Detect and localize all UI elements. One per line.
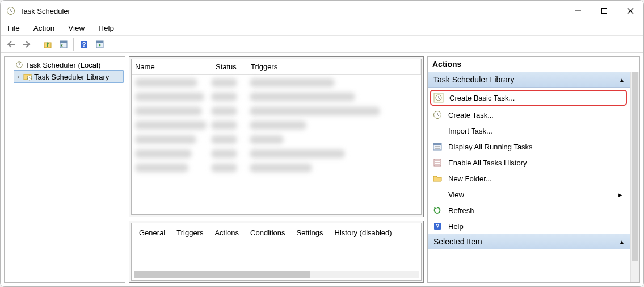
close-button[interactable] bbox=[617, 1, 643, 21]
clock-icon bbox=[432, 110, 443, 120]
action-new-folder[interactable]: New Folder... bbox=[428, 170, 630, 186]
wizard-clock-icon bbox=[433, 93, 444, 103]
svg-rect-17 bbox=[433, 143, 441, 145]
menubar: File Action View Help bbox=[1, 21, 643, 36]
tree-root-label: Task Scheduler (Local) bbox=[26, 61, 100, 69]
detail-tabs: General Triggers Actions Conditions Sett… bbox=[132, 223, 421, 240]
action-help-label: Help bbox=[448, 222, 464, 231]
tree-library[interactable]: › Task Scheduler Library bbox=[14, 70, 124, 83]
window: Task Scheduler File Action View Help ? T… bbox=[0, 0, 644, 287]
titlebar: Task Scheduler bbox=[1, 1, 643, 21]
minimize-button[interactable] bbox=[565, 1, 591, 21]
svg-rect-9 bbox=[96, 41, 103, 43]
action-create-basic-task-label: Create Basic Task... bbox=[449, 94, 515, 102]
action-help[interactable]: ? Help bbox=[428, 218, 630, 234]
tab-conditions[interactable]: Conditions bbox=[245, 226, 290, 240]
tree-panel: Task Scheduler (Local) › Task Scheduler … bbox=[4, 56, 125, 283]
action-view-submenu[interactable]: View ▸ bbox=[428, 186, 630, 202]
action-import-task[interactable]: Import Task... bbox=[428, 123, 630, 139]
blank-icon bbox=[432, 126, 443, 136]
svg-rect-5 bbox=[60, 41, 67, 43]
tab-triggers[interactable]: Triggers bbox=[171, 226, 208, 240]
folder-icon bbox=[432, 173, 443, 184]
scrollbar-thumb[interactable] bbox=[632, 72, 638, 261]
action-enable-history-label: Enable All Tasks History bbox=[448, 159, 527, 167]
run-button[interactable] bbox=[92, 38, 107, 51]
window-list-icon bbox=[432, 142, 443, 152]
refresh-icon bbox=[432, 205, 443, 215]
chevron-right-icon[interactable]: › bbox=[15, 74, 22, 80]
clock-icon bbox=[15, 60, 24, 69]
vertical-scrollbar[interactable] bbox=[630, 72, 639, 282]
action-display-running[interactable]: Display All Running Tasks bbox=[428, 139, 630, 155]
tab-actions[interactable]: Actions bbox=[209, 226, 244, 240]
svg-rect-2 bbox=[602, 9, 607, 14]
action-refresh-label: Refresh bbox=[448, 206, 474, 215]
action-enable-history[interactable]: Enable All Tasks History bbox=[428, 155, 630, 170]
task-list-pane: Name Status Triggers bbox=[129, 56, 424, 217]
blank-icon bbox=[432, 189, 443, 199]
col-name[interactable]: Name bbox=[132, 59, 212, 74]
horizontal-scrollbar[interactable] bbox=[134, 271, 419, 278]
actions-panel: Actions Task Scheduler Library ▲ Create … bbox=[427, 56, 640, 283]
menu-help[interactable]: Help bbox=[97, 23, 115, 34]
actions-title: Actions bbox=[428, 57, 639, 72]
action-refresh[interactable]: Refresh bbox=[428, 202, 630, 218]
tab-settings[interactable]: Settings bbox=[292, 226, 329, 240]
clock-icon bbox=[6, 6, 15, 15]
actions-group-selected-label: Selected Item bbox=[433, 237, 482, 246]
tree-library-label: Task Scheduler Library bbox=[34, 73, 109, 81]
toolbar: ? bbox=[1, 36, 643, 53]
window-title: Task Scheduler bbox=[20, 7, 70, 15]
up-folder-button[interactable] bbox=[40, 38, 55, 51]
nav-back-button[interactable] bbox=[4, 38, 19, 51]
menu-action[interactable]: Action bbox=[32, 23, 56, 34]
action-import-task-label: Import Task... bbox=[448, 127, 493, 135]
tree-root[interactable]: Task Scheduler (Local) bbox=[6, 59, 124, 70]
list-header: Name Status Triggers bbox=[132, 59, 421, 75]
svg-text:?: ? bbox=[436, 223, 440, 230]
folder-clock-icon bbox=[23, 72, 32, 81]
tab-general[interactable]: General bbox=[134, 226, 170, 240]
nav-forward-button[interactable] bbox=[20, 38, 35, 51]
action-create-task[interactable]: Create Task... bbox=[428, 107, 630, 123]
middle-panel: Name Status Triggers bbox=[129, 56, 424, 283]
toolbar-separator bbox=[37, 38, 38, 51]
col-status[interactable]: Status bbox=[212, 59, 247, 74]
collapse-up-icon[interactable]: ▲ bbox=[619, 77, 625, 83]
action-new-folder-label: New Folder... bbox=[448, 174, 492, 183]
chevron-right-icon: ▸ bbox=[618, 190, 622, 199]
col-triggers[interactable]: Triggers bbox=[247, 59, 421, 74]
task-list-blurred bbox=[132, 77, 421, 180]
task-details-pane: General Triggers Actions Conditions Sett… bbox=[129, 221, 424, 283]
history-list-icon bbox=[432, 157, 443, 168]
menu-file[interactable]: File bbox=[6, 23, 21, 34]
menu-view[interactable]: View bbox=[67, 23, 86, 34]
toolbar-separator bbox=[73, 38, 74, 51]
svg-text:?: ? bbox=[82, 41, 86, 48]
properties-button[interactable] bbox=[56, 38, 71, 51]
actions-group-library-label: Task Scheduler Library bbox=[433, 75, 514, 84]
action-create-basic-task[interactable]: Create Basic Task... bbox=[430, 90, 627, 106]
tab-history[interactable]: History (disabled) bbox=[330, 226, 397, 240]
actions-group-selected[interactable]: Selected Item ▲ bbox=[428, 234, 630, 249]
content-area: Task Scheduler (Local) › Task Scheduler … bbox=[1, 53, 643, 286]
maximize-button[interactable] bbox=[591, 1, 617, 21]
action-create-task-label: Create Task... bbox=[448, 111, 494, 119]
action-display-running-label: Display All Running Tasks bbox=[448, 143, 533, 151]
action-view-label: View bbox=[448, 190, 464, 199]
collapse-up-icon[interactable]: ▲ bbox=[619, 239, 625, 245]
help-icon: ? bbox=[432, 221, 443, 231]
actions-group-library[interactable]: Task Scheduler Library ▲ bbox=[428, 72, 630, 88]
scrollbar-thumb[interactable] bbox=[134, 271, 310, 278]
help-button[interactable]: ? bbox=[77, 38, 91, 51]
